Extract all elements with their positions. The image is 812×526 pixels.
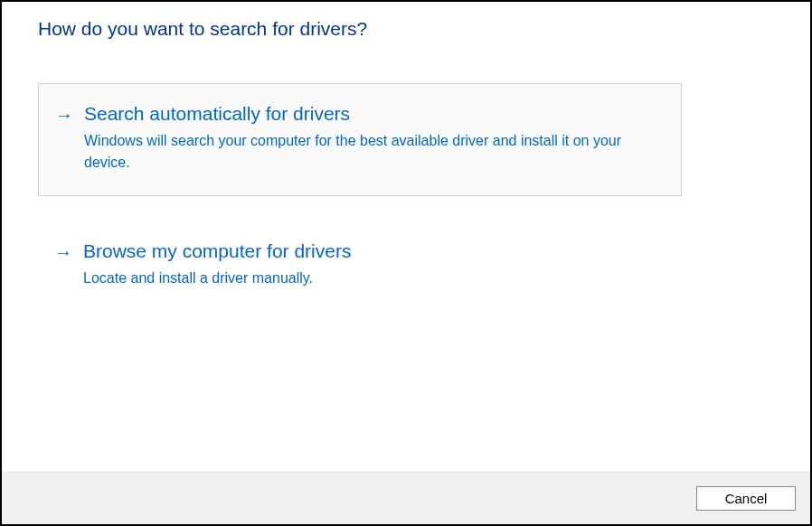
option-browse-computer[interactable]: → Browse my computer for drivers Locate … [38, 221, 682, 311]
option-title: Search automatically for drivers [84, 102, 665, 125]
arrow-right-icon: → [55, 106, 73, 124]
arrow-right-icon: → [54, 243, 72, 261]
cancel-button[interactable]: Cancel [696, 486, 796, 511]
option-title: Browse my computer for drivers [83, 240, 666, 262]
option-search-automatically[interactable]: → Search automatically for drivers Windo… [38, 83, 682, 196]
option-body: Search automatically for drivers Windows… [84, 102, 665, 174]
dialog-content: How do you want to search for drivers? →… [2, 2, 810, 472]
page-title: How do you want to search for drivers? [38, 18, 774, 40]
option-description: Windows will search your computer for th… [84, 130, 645, 174]
dialog-footer: Cancel [2, 472, 810, 524]
option-body: Browse my computer for drivers Locate an… [83, 240, 666, 289]
option-description: Locate and install a driver manually. [83, 268, 644, 289]
